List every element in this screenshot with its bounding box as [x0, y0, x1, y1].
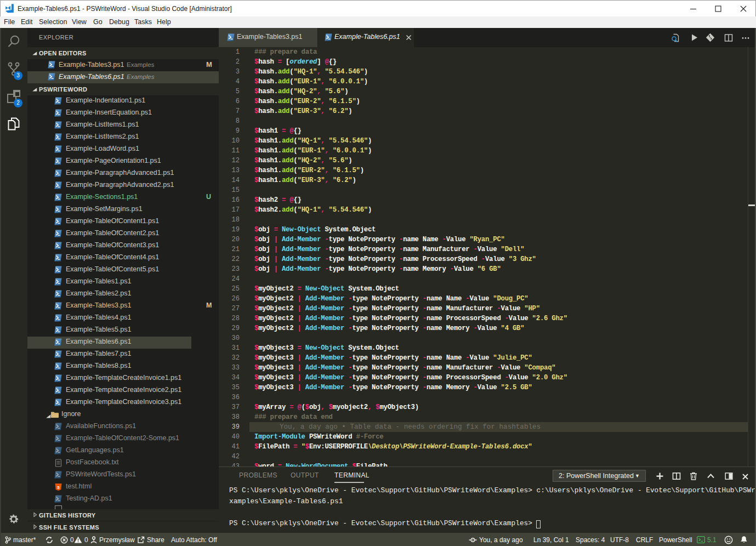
svg-text:5: 5 — [57, 485, 60, 490]
